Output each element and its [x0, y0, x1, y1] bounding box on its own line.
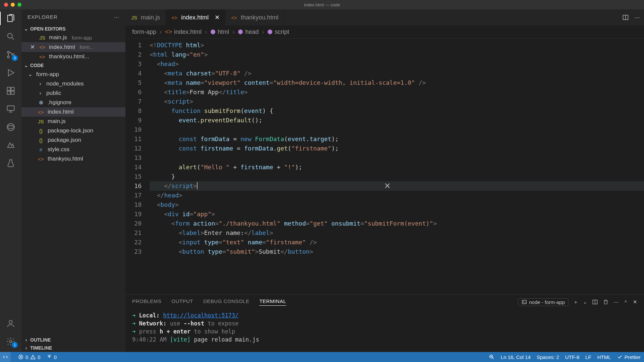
split-terminal-icon[interactable] [592, 299, 598, 305]
code-line[interactable]: <script> [150, 97, 644, 106]
cursor-position[interactable]: Ln 16, Col 14 [501, 354, 531, 360]
search-icon[interactable] [6, 32, 16, 42]
encoding-status[interactable]: UTF-8 [565, 354, 580, 360]
code-line[interactable]: <input type="text" name="firstname" /> [150, 238, 644, 247]
code-line[interactable]: </script> [150, 181, 644, 191]
close-tab-icon[interactable]: ✕ [215, 14, 220, 21]
source-control-icon[interactable]: 3 [6, 50, 16, 60]
code-line[interactable]: } [150, 172, 644, 181]
tree-root[interactable]: ⌄ form-app [21, 69, 125, 79]
run-debug-icon[interactable] [6, 68, 16, 78]
extra-tool-icon[interactable] [6, 140, 16, 150]
code-line[interactable]: const formData = new FormData(event.targ… [150, 134, 644, 144]
code-line[interactable]: alert("Hello " + firstname + "!"); [150, 163, 644, 172]
terminal-dropdown-icon[interactable]: ⌄ [583, 299, 587, 305]
terminal-picker[interactable]: node - form-app [518, 298, 569, 306]
code-line[interactable]: <div id="app"> [150, 209, 644, 219]
window-close-button[interactable] [4, 3, 8, 7]
open-editor-item[interactable]: <>thankyou.html... [21, 52, 125, 61]
code-line[interactable]: <title>Form App</title> [150, 87, 644, 97]
editor-tab[interactable]: <>thankyou.html [225, 9, 284, 25]
code-line[interactable]: <html lang="en"> [150, 50, 644, 59]
tree-item-label: style.css [48, 146, 69, 153]
remote-indicator[interactable] [0, 352, 11, 362]
code-line[interactable]: <meta charset="UTF-8" /> [150, 69, 644, 78]
kill-terminal-icon[interactable] [603, 299, 609, 305]
tab-label: main.js [141, 14, 160, 21]
editor-tab[interactable]: <>index.html✕ [166, 9, 225, 25]
sidebar-more-icon[interactable]: ⋯ [114, 14, 119, 20]
panel-tab[interactable]: PROBLEMS [132, 298, 161, 306]
new-terminal-icon[interactable]: ＋ [573, 299, 578, 305]
language-status[interactable]: HTML [597, 354, 611, 360]
problems-status[interactable]: 0 0 [18, 354, 41, 360]
open-editor-item[interactable]: JSmain.jsform-app [21, 33, 125, 42]
open-editor-item[interactable]: ✕<>index.htmlform... [21, 42, 125, 52]
ports-status[interactable]: 0 [47, 354, 57, 360]
code-content[interactable]: <!DOCTYPE html><html lang="en"> <head> <… [150, 39, 644, 294]
panel-tab[interactable]: DEBUG CONSOLE [203, 298, 249, 306]
tree-item[interactable]: #style.css [21, 145, 125, 154]
extensions-icon[interactable] [6, 86, 16, 96]
window-minimize-button[interactable] [11, 3, 15, 7]
code-line[interactable]: </head> [150, 191, 644, 200]
code-editor[interactable]: 1234567891011121314151617181920212223 <!… [125, 39, 644, 294]
panel-tab[interactable]: OUTPUT [171, 298, 193, 306]
title-bar: index.html — code [0, 0, 644, 9]
code-line[interactable]: function submitForm(event) { [150, 106, 644, 116]
tree-item[interactable]: <>thankyou.html [21, 154, 125, 164]
breadcrumb-item[interactable]: ⬢script [267, 28, 289, 36]
breadcrumb-item[interactable]: ⬢head [238, 28, 259, 36]
code-line[interactable]: <body> [150, 200, 644, 209]
breadcrumbs[interactable]: form-app›<>index.html›⬢html›⬢head›⬢scrip… [125, 25, 644, 39]
edge-tools-icon[interactable] [6, 122, 16, 132]
tree-item[interactable]: ⬢.hgignore [21, 98, 125, 107]
zoom-icon[interactable] [489, 354, 495, 360]
tree-item[interactable]: ›public [21, 88, 125, 98]
workspace-header[interactable]: ⌄ CODE [21, 61, 125, 69]
open-editors-header[interactable]: ⌄ OPEN EDITORS [21, 25, 125, 33]
code-line[interactable] [150, 125, 644, 134]
code-line[interactable]: <label>Enter name:</label> [150, 228, 644, 238]
tree-item[interactable]: <>index.html [21, 107, 125, 117]
code-line[interactable]: <meta name="viewport" content="width=dev… [150, 78, 644, 87]
eol-status[interactable]: LF [585, 354, 591, 360]
svg-rect-5 [11, 87, 14, 90]
code-line[interactable]: const firstname = formData.get("firstnam… [150, 144, 644, 153]
tree-item[interactable]: JSmain.js [21, 117, 125, 126]
account-icon[interactable] [6, 318, 16, 328]
maximize-panel-icon[interactable]: ＾ [623, 299, 628, 305]
tree-item[interactable]: {}package-lock.json [21, 126, 125, 135]
split-editor-icon[interactable] [622, 14, 629, 21]
settings-icon[interactable]: 1 [6, 337, 16, 347]
close-editor-icon[interactable]: ✕ [30, 44, 36, 51]
panel-tab[interactable]: TERMINAL [259, 298, 286, 306]
panel-more-icon[interactable]: ⋯ [613, 299, 619, 305]
editor-tab[interactable]: JSmain.js [125, 9, 166, 25]
terminal-output[interactable]: ➜ Local: http://localhost:5173/ ➜ Networ… [125, 309, 644, 352]
test-icon[interactable] [6, 158, 16, 168]
timeline-header[interactable]: › TIMELINE [21, 344, 125, 352]
tree-item[interactable]: ›node_modules [21, 79, 125, 88]
breadcrumb-item[interactable]: <>index.html [165, 28, 202, 36]
code-line[interactable]: <form action="./thankyou.html" method="g… [150, 219, 644, 228]
close-panel-icon[interactable]: ✕ [633, 299, 637, 305]
code-line[interactable]: <!DOCTYPE html> [150, 41, 644, 50]
code-line[interactable] [150, 153, 644, 163]
svg-point-9 [7, 124, 14, 131]
breadcrumb-item[interactable]: ⬢html [210, 28, 229, 36]
tree-item[interactable]: {}package.json [21, 135, 125, 145]
code-line[interactable]: <head> [150, 59, 644, 69]
code-line[interactable]: event.preventDefault(); [150, 116, 644, 125]
workspace-label: CODE [30, 63, 44, 68]
more-actions-icon[interactable]: ⋯ [634, 14, 640, 21]
window-maximize-button[interactable] [17, 3, 21, 7]
breadcrumb-item[interactable]: form-app [132, 28, 156, 36]
indentation-status[interactable]: Spaces: 2 [537, 354, 559, 360]
formatter-status[interactable]: Prettier [617, 354, 641, 360]
code-line[interactable]: <button type="submit">Submit</button> [150, 247, 644, 256]
outline-header[interactable]: › OUTLINE [21, 336, 125, 344]
terminal-local-url[interactable]: http://localhost:5173/ [163, 312, 238, 319]
explorer-icon[interactable] [6, 13, 16, 23]
remote-explorer-icon[interactable] [6, 104, 16, 114]
